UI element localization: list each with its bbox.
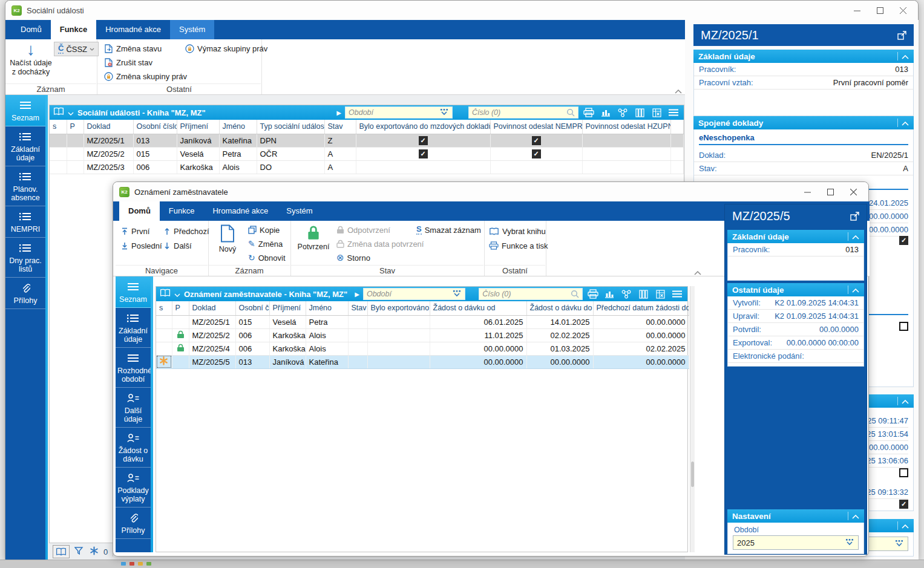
chevron-down-icon[interactable]: [68, 107, 74, 118]
column-header[interactable]: Předchozí datum žádosti do: [593, 301, 689, 315]
ribbon-tab[interactable]: Hromadné akce: [203, 201, 277, 221]
vertical-scrollbar[interactable]: [690, 286, 695, 552]
chart-icon[interactable]: [599, 107, 612, 118]
load-attendance-button[interactable]: ↓ Načíst údaje z docházky: [8, 41, 54, 77]
sidebar-item[interactable]: Seznam: [5, 95, 45, 126]
table-row[interactable]: MZ/2025/5013JaníkováKateřina00.00.000000…: [156, 355, 689, 368]
number-filter-input[interactable]: Číslo (0): [468, 106, 578, 119]
column-header[interactable]: Doklad: [84, 120, 133, 134]
confirm-button[interactable]: Potvrzení: [296, 224, 331, 252]
section-header[interactable]: Ostatní údaje: [727, 283, 864, 296]
ribbon-tab[interactable]: Systém: [170, 20, 214, 39]
column-header[interactable]: Stav: [324, 120, 356, 134]
ribbon-tab[interactable]: Domů: [11, 20, 51, 39]
table-row[interactable]: MZ/2025/1013JaníkováKateřinaDPNZ✓✓: [50, 134, 684, 147]
section-header[interactable]: Nastavení: [727, 509, 864, 523]
new-record-button[interactable]: Nový: [214, 224, 241, 254]
column-header[interactable]: P: [172, 301, 189, 315]
sidebar-item[interactable]: Základní údaje: [5, 126, 45, 166]
play-icon[interactable]: ▶: [336, 109, 341, 116]
table-row[interactable]: MZ/2025/2015VeseláPetraOČRA✓✓: [50, 147, 684, 160]
book-icon[interactable]: [53, 107, 64, 118]
edit-button[interactable]: ✎ Změna: [246, 237, 284, 250]
columns-icon[interactable]: [637, 289, 650, 299]
book-icon[interactable]: [160, 289, 171, 299]
ribbon-tab[interactable]: Hromadné akce: [96, 20, 170, 39]
maximize-icon[interactable]: [871, 3, 889, 18]
change-confirm-date-button[interactable]: Změna data potvrzení: [335, 237, 425, 250]
minimize-icon[interactable]: [848, 3, 866, 18]
unconfirm-button[interactable]: Odpotvrzení: [335, 223, 392, 237]
section-header[interactable]: Spojené doklady: [693, 116, 914, 129]
column-header[interactable]: P: [67, 120, 84, 134]
chart-icon[interactable]: [603, 289, 616, 299]
ribbon-tab[interactable]: Funkce: [160, 201, 204, 221]
sidebar-item[interactable]: Přílohy: [5, 278, 45, 309]
cssz-button[interactable]: Č ČSSZ: [54, 42, 99, 56]
sidebar-item[interactable]: Seznam: [116, 276, 151, 308]
column-header[interactable]: Příjmení: [177, 120, 219, 134]
sidebar-item[interactable]: Rozhodné období: [116, 348, 151, 388]
column-header[interactable]: Příjmení: [269, 301, 306, 315]
collapse-icon[interactable]: [902, 119, 909, 128]
play-icon[interactable]: ▶: [355, 291, 359, 298]
table-row[interactable]: MZ/2025/3006KarkoškaAloisDOA: [50, 160, 684, 174]
excel-export-icon[interactable]: [654, 289, 667, 299]
close-icon[interactable]: [894, 3, 912, 18]
sidebar-item[interactable]: Dny prac. listů: [5, 238, 45, 278]
excel-export-icon[interactable]: [650, 107, 663, 118]
copy-button[interactable]: Kopie: [246, 223, 281, 237]
section-header[interactable]: Základní údaje: [727, 230, 864, 243]
refresh-button[interactable]: ↻ Obnovit: [246, 251, 287, 264]
ribbon-tab[interactable]: Funkce: [51, 20, 97, 39]
delete-rights-group-button[interactable]: Výmaz skupiny práv: [183, 42, 269, 55]
column-header[interactable]: Osobní číslo: [235, 301, 269, 315]
first-record-button[interactable]: První: [119, 224, 151, 238]
print-icon[interactable]: [586, 289, 600, 299]
minimize-icon[interactable]: [798, 184, 816, 199]
column-header[interactable]: Doklad: [189, 301, 235, 315]
collapse-icon[interactable]: [852, 232, 859, 241]
select-book-button[interactable]: Vybrat knihu: [487, 224, 548, 238]
last-record-button[interactable]: Poslední: [119, 239, 164, 252]
book-view-button[interactable]: [53, 545, 70, 558]
open-in-window-icon[interactable]: [897, 31, 906, 40]
change-rights-group-button[interactable]: Změna skupiny práv: [102, 70, 189, 83]
sidebar-item[interactable]: Základní údaje: [116, 308, 151, 348]
column-header[interactable]: Osobní číslo: [133, 120, 177, 134]
number-filter-input[interactable]: Číslo (0): [479, 288, 582, 300]
sidebar-item[interactable]: Žádost o dávku: [116, 428, 151, 468]
share-icon[interactable]: [616, 107, 629, 118]
previous-record-button[interactable]: Předchozí: [162, 224, 211, 238]
column-header[interactable]: Typ sociální události: [257, 120, 324, 134]
cancel-state-button[interactable]: Zrušit stav: [102, 56, 154, 69]
change-state-button[interactable]: Změna stavu: [102, 42, 163, 55]
sidebar-item[interactable]: NEMPRI: [5, 206, 45, 238]
column-header[interactable]: s: [50, 120, 67, 134]
columns-icon[interactable]: [633, 107, 646, 118]
ribbon-collapse-icon[interactable]: [694, 267, 701, 278]
ribbon-tab[interactable]: Systém: [277, 201, 321, 221]
functions-print-button[interactable]: Funkce a tisk: [487, 239, 550, 252]
chevron-down-icon[interactable]: [174, 289, 180, 299]
column-header[interactable]: Jméno: [306, 301, 348, 315]
column-header[interactable]: Stav: [348, 301, 367, 315]
share-icon[interactable]: [620, 289, 633, 299]
collapse-icon[interactable]: [852, 512, 859, 521]
collapse-icon[interactable]: [902, 521, 909, 530]
print-icon[interactable]: [582, 107, 595, 118]
column-header[interactable]: Jméno: [219, 120, 257, 134]
menu-icon[interactable]: [667, 107, 680, 118]
sidebar-item[interactable]: Podklady výplaty: [116, 468, 151, 508]
collapse-icon[interactable]: [902, 397, 909, 406]
collapse-icon[interactable]: [852, 286, 859, 295]
column-header[interactable]: Bylo exportováno: [367, 301, 430, 315]
column-header[interactable]: Žádost o dávku od: [430, 301, 526, 315]
column-header[interactable]: Žádost o dávku do: [526, 301, 593, 315]
column-header[interactable]: Povinnost odeslat HZUPN: [582, 120, 670, 134]
close-icon[interactable]: [844, 184, 862, 199]
column-header[interactable]: Bylo exportováno do mzdových dokladů: [356, 120, 490, 134]
delete-record-button[interactable]: S Smazat záznam: [414, 223, 483, 237]
sidebar-item[interactable]: Další údaje: [116, 388, 151, 428]
sidebar-item[interactable]: Přílohy: [116, 508, 151, 539]
